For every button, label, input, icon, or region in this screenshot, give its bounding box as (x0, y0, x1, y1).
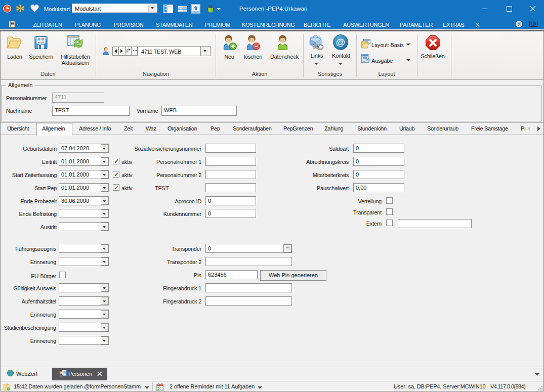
svg-text:@: @ (336, 37, 345, 48)
svg-text:?: ? (518, 22, 521, 27)
